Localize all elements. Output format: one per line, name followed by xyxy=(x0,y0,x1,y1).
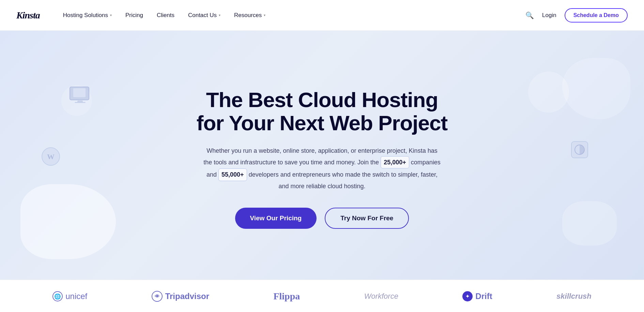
logo-unicef: 🌐 unicef xyxy=(52,291,87,301)
nav-right: 🔍 Login Schedule a Demo xyxy=(525,8,628,23)
drift-icon: ✦ xyxy=(462,291,473,301)
nav-item-resources[interactable]: Resources ▾ xyxy=(227,9,272,21)
svg-rect-1 xyxy=(73,88,86,97)
decorative-blob xyxy=(562,58,630,119)
unicef-globe-icon: 🌐 xyxy=(52,291,63,301)
logos-bar: 🌐 unicef 👁 Tripadvisor Flippa Workforce … xyxy=(0,280,644,312)
search-icon[interactable]: 🔍 xyxy=(525,11,534,19)
companies-badge: 25,000+ xyxy=(381,156,409,169)
navbar: Kinsta Hosting Solutions ▾ Pricing Clien… xyxy=(0,0,644,31)
svg-text:W: W xyxy=(47,152,55,161)
chevron-down-icon: ▾ xyxy=(219,13,220,17)
view-pricing-button[interactable]: View Our Pricing xyxy=(235,208,317,229)
devs-badge: 55,000+ xyxy=(218,168,247,181)
hero-subtitle: Whether you run a website, online store,… xyxy=(203,146,441,191)
login-button[interactable]: Login xyxy=(542,12,556,19)
hero-section: W The Best Cloud Hosting for Your Next W… xyxy=(0,31,644,280)
decorative-blob xyxy=(20,184,116,259)
hero-actions: View Our Pricing Try Now For Free xyxy=(197,208,447,229)
logo-drift: ✦ Drift xyxy=(462,291,492,301)
nav-item-contact[interactable]: Contact Us ▾ xyxy=(181,9,227,21)
nav-item-pricing[interactable]: Pricing xyxy=(119,9,150,21)
tripadvisor-owl-icon: 👁 xyxy=(152,291,163,302)
wordpress-icon: W xyxy=(41,147,61,166)
schedule-demo-button[interactable]: Schedule a Demo xyxy=(565,8,628,23)
try-free-button[interactable]: Try Now For Free xyxy=(325,208,409,229)
site-logo[interactable]: Kinsta xyxy=(16,10,40,21)
hero-title: The Best Cloud Hosting for Your Next Web… xyxy=(197,88,447,135)
logo-workforce: Workforce xyxy=(364,292,398,301)
monitor-icon xyxy=(68,85,92,105)
hero-content: The Best Cloud Hosting for Your Next Web… xyxy=(197,88,447,229)
nav-links: Hosting Solutions ▾ Pricing Clients Cont… xyxy=(56,9,525,21)
chevron-down-icon: ▾ xyxy=(264,13,265,17)
logo-tripadvisor: 👁 Tripadvisor xyxy=(152,291,209,302)
logo-skillcrush: skillcrush xyxy=(556,292,592,301)
decorative-blob xyxy=(562,201,617,246)
svg-rect-3 xyxy=(75,102,86,103)
chart-icon xyxy=(570,140,589,160)
nav-item-hosting[interactable]: Hosting Solutions ▾ xyxy=(56,9,119,21)
chevron-down-icon: ▾ xyxy=(110,13,112,17)
nav-item-clients[interactable]: Clients xyxy=(150,9,181,21)
logo-flippa: Flippa xyxy=(273,291,300,302)
